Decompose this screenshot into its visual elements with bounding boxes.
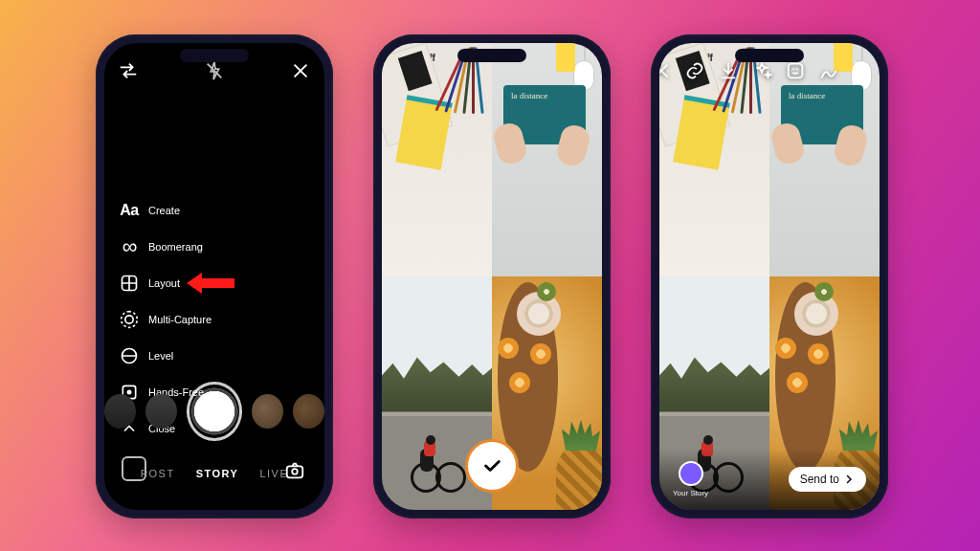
menu-item-multi-capture[interactable]: Multi-Capture [120, 310, 212, 329]
switch-arrows-icon[interactable] [118, 60, 139, 85]
check-icon [481, 455, 502, 476]
layout-collage [659, 43, 880, 510]
phone-frame-2 [373, 34, 611, 518]
phone-frame-1: Aa Create ∞ Boomerang Layout Multi-Captu… [96, 34, 333, 518]
collage-tile-b[interactable] [492, 43, 602, 276]
close-icon[interactable] [659, 60, 672, 85]
tutorial-graphic: Aa Create ∞ Boomerang Layout Multi-Captu… [0, 0, 980, 551]
confirm-layout-button[interactable] [465, 439, 519, 493]
shutter-button[interactable] [187, 382, 242, 441]
menu-item-layout[interactable]: Layout [120, 274, 212, 293]
send-to-button[interactable]: Send to [789, 467, 866, 492]
text-aa-icon: Aa [120, 201, 139, 220]
infinity-icon: ∞ [120, 237, 139, 256]
menu-item-level[interactable]: Level [120, 346, 212, 365]
menu-label: Level [148, 350, 173, 362]
story-camera-screen: Aa Create ∞ Boomerang Layout Multi-Captu… [104, 43, 324, 510]
your-story-avatar [679, 461, 703, 486]
mode-story[interactable]: STORY [196, 468, 239, 479]
story-share-bar: Your Story Send to [659, 449, 880, 510]
phone-notch [457, 49, 526, 62]
filter-thumb[interactable] [293, 394, 324, 429]
menu-label: Layout [148, 277, 180, 289]
menu-label: Boomerang [148, 241, 203, 253]
link-icon[interactable] [684, 60, 705, 85]
flash-off-icon[interactable] [139, 60, 290, 85]
multi-capture-icon [120, 310, 139, 329]
filter-thumb[interactable] [252, 394, 283, 429]
layout-grid-icon [120, 274, 139, 293]
menu-label: Multi-Capture [148, 314, 212, 325]
chevron-right-icon [843, 474, 855, 485]
your-story-label: Your Story [673, 489, 708, 497]
phone-notch [735, 49, 804, 62]
story-edit-toolbar: Aa [669, 60, 870, 85]
phone-notch [180, 49, 249, 62]
filter-thumb[interactable] [145, 394, 177, 429]
layout-preview-screen [382, 43, 602, 510]
sticker-icon[interactable] [785, 60, 806, 85]
menu-item-boomerang[interactable]: ∞ Boomerang [120, 237, 212, 256]
download-icon[interactable] [718, 60, 739, 85]
svg-rect-5 [287, 466, 303, 477]
draw-icon[interactable] [818, 60, 839, 85]
svg-point-1 [125, 316, 133, 323]
filter-thumb[interactable] [104, 394, 136, 429]
mode-post[interactable]: POST [141, 468, 175, 479]
text-tool-button[interactable]: Aa [852, 60, 870, 85]
svg-rect-6 [788, 64, 802, 78]
phone-frame-3: Aa Your Story Send to [651, 34, 888, 518]
shutter-row [104, 382, 324, 441]
menu-label: Create [148, 205, 180, 216]
send-to-label: Send to [800, 473, 839, 486]
story-edit-screen: Aa Your Story Send to [659, 43, 880, 510]
collage-tile-a[interactable] [382, 43, 492, 276]
callout-arrow [187, 271, 234, 296]
svg-point-8 [795, 68, 797, 70]
close-icon[interactable] [290, 60, 311, 85]
effects-sparkle-icon[interactable] [751, 60, 772, 85]
your-story-button[interactable]: Your Story [673, 461, 708, 497]
camera-flip-icon[interactable] [284, 460, 307, 483]
menu-item-create[interactable]: Aa Create [120, 201, 212, 220]
level-icon [120, 346, 139, 365]
svg-point-7 [792, 68, 794, 70]
